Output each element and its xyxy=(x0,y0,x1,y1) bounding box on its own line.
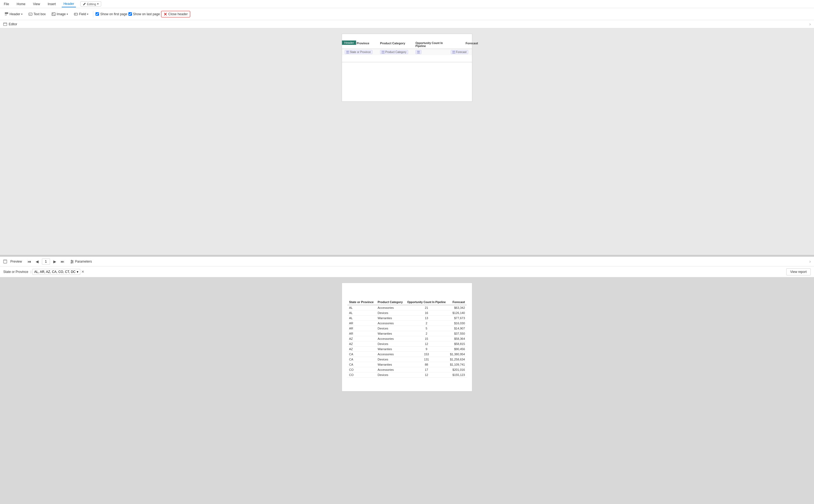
svg-rect-5 xyxy=(52,13,55,15)
separator-1 xyxy=(93,11,93,17)
table-body: AL Accessories 21 $63,342 AL Devices 16 … xyxy=(347,305,467,378)
cell-forecast: $1,258,634 xyxy=(448,357,467,362)
header-label: Header xyxy=(10,12,20,16)
field-chevron-icon: ▾ xyxy=(87,13,88,15)
textbox-button[interactable]: A Text box xyxy=(26,11,48,17)
cell-count: 5 xyxy=(405,326,448,331)
field-chip-forecast: Forecast xyxy=(451,50,468,54)
preview-icon xyxy=(3,260,7,263)
svg-point-32 xyxy=(71,262,72,263)
svg-rect-1 xyxy=(5,14,7,15)
table-row: AR Devices 5 $14,907 xyxy=(347,326,467,331)
cell-forecast: $37,550 xyxy=(448,331,467,336)
report-body xyxy=(342,62,472,84)
cell-count: 2 xyxy=(405,331,448,336)
preview-label: Preview xyxy=(10,260,22,263)
show-first-page-input[interactable] xyxy=(95,12,99,16)
cell-forecast: $155,123 xyxy=(448,372,467,378)
header-band[interactable]: Header State or Province Product Categor… xyxy=(342,41,472,62)
cell-state: AL xyxy=(347,316,376,321)
param-clear-button[interactable]: ✕ xyxy=(80,269,85,274)
param-label: State or Province xyxy=(3,270,28,274)
table-row: AL Warranties 13 $77,673 xyxy=(347,316,467,321)
cell-state: CA xyxy=(347,357,376,362)
preview-top-space xyxy=(347,288,467,299)
cell-forecast: $90,456 xyxy=(448,347,467,352)
show-first-page-checkbox[interactable]: Show on first page xyxy=(95,12,127,16)
cell-forecast: $14,907 xyxy=(448,326,467,331)
cell-state: CO xyxy=(347,372,376,378)
nav-first-button[interactable]: ⏮ xyxy=(26,259,32,264)
table-icon-2 xyxy=(382,51,384,54)
field-chip-product: Product Category xyxy=(380,50,408,54)
editor-icon xyxy=(3,22,7,26)
header-button[interactable]: Header ▾ xyxy=(2,11,25,17)
cell-count: 153 xyxy=(405,352,448,357)
pencil-icon xyxy=(83,2,86,6)
menu-insert[interactable]: Insert xyxy=(46,1,57,7)
cell-count: 17 xyxy=(405,367,448,372)
field-chip-product-label: Product Category xyxy=(385,51,406,54)
cell-state: CA xyxy=(347,352,376,357)
svg-rect-0 xyxy=(5,12,8,13)
table-row: AL Accessories 21 $63,342 xyxy=(347,305,467,310)
preview-expand-icon[interactable]: › xyxy=(809,259,811,264)
cell-category: Warranties xyxy=(376,362,405,367)
menu-header[interactable]: Header xyxy=(62,1,76,7)
param-select[interactable]: AL, AR, AZ, CA, CO, CT, DC ▾ xyxy=(32,269,80,275)
parameters-button[interactable]: Parameters xyxy=(68,258,94,265)
field-chip-state-label: State or Province xyxy=(350,51,371,54)
table-icon xyxy=(346,51,349,54)
cell-state: AZ xyxy=(347,347,376,352)
header-tag: Header xyxy=(342,41,356,45)
cell-state: AL xyxy=(347,305,376,310)
menu-home[interactable]: Home xyxy=(15,1,27,7)
cell-count: 2 xyxy=(405,321,448,326)
param-value: AL, AR, AZ, CA, CO, CT, DC xyxy=(34,270,76,274)
cell-forecast: $58,815 xyxy=(448,341,467,347)
preview-content: State or Province Product Category Oppor… xyxy=(0,277,814,504)
page-number-input[interactable] xyxy=(42,259,50,265)
image-button[interactable]: Image ▾ xyxy=(49,11,70,17)
nav-last-button[interactable]: ⏭ xyxy=(60,259,66,264)
header-chevron-icon: ▾ xyxy=(21,13,23,15)
nav-next-button[interactable]: ▶ xyxy=(52,259,57,264)
col-product: Product Category xyxy=(380,42,415,48)
show-last-page-checkbox[interactable]: Show on last page xyxy=(128,12,160,16)
table-row: AZ Devices 12 $58,815 xyxy=(347,341,467,347)
svg-rect-7 xyxy=(74,13,77,15)
menu-file[interactable]: File xyxy=(2,1,11,7)
table-row: CO Devices 12 $155,123 xyxy=(347,372,467,378)
cell-state: AR xyxy=(347,326,376,331)
cell-forecast: $201,016 xyxy=(448,367,467,372)
cell-category: Devices xyxy=(376,357,405,362)
cell-count: 21 xyxy=(405,305,448,310)
view-report-button[interactable]: View report xyxy=(786,268,811,275)
cell-state: AR xyxy=(347,331,376,336)
field-button[interactable]: Field ▾ xyxy=(71,11,91,17)
parameters-label: Parameters xyxy=(75,260,92,263)
cell-category: Warranties xyxy=(376,316,405,321)
chevron-down-icon: ▾ xyxy=(97,2,99,6)
report-canvas: Header State or Province Product Categor… xyxy=(342,34,472,102)
close-header-button[interactable]: Close header xyxy=(161,11,190,17)
menu-view[interactable]: View xyxy=(31,1,42,7)
cell-forecast: $58,364 xyxy=(448,336,467,341)
parameters-icon xyxy=(70,260,74,263)
table-icon-3 xyxy=(417,51,420,54)
cell-category: Warranties xyxy=(376,347,405,352)
nav-prev-button[interactable]: ◀ xyxy=(35,259,40,264)
image-icon xyxy=(52,12,55,16)
editor-expand-icon[interactable]: › xyxy=(809,22,811,27)
cell-category: Devices xyxy=(376,372,405,378)
table-row: AR Accessories 2 $16,030 xyxy=(347,321,467,326)
table-header: State or Province Product Category Oppor… xyxy=(347,299,467,305)
show-last-page-input[interactable] xyxy=(128,12,132,16)
editing-badge[interactable]: Editing ▾ xyxy=(80,1,101,7)
cell-forecast: $16,030 xyxy=(448,321,467,326)
table-row: CA Devices 131 $1,258,634 xyxy=(347,357,467,362)
cell-forecast: $1,109,741 xyxy=(448,362,467,367)
table-row: AL Devices 16 $126,140 xyxy=(347,310,467,316)
cell-category: Accessories xyxy=(376,305,405,310)
field-icon xyxy=(74,12,78,16)
